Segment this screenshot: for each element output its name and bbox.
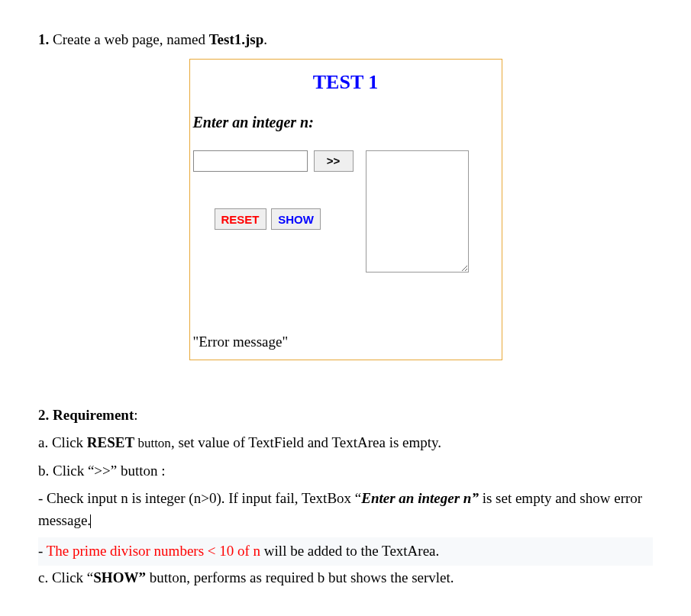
req-a-rest: , set value of TextField and TextArea is… xyxy=(171,434,441,450)
step1-number: 1. xyxy=(38,31,49,47)
step1-filename: Test1.jsp xyxy=(209,31,264,47)
step1-text-after: . xyxy=(263,31,267,47)
error-message-placeholder: "Error message" xyxy=(193,331,289,353)
mockup-input-label: Enter an integer n: xyxy=(190,111,502,134)
step2-number: 2. xyxy=(38,407,49,423)
req-c-rest: button, performs as required b but shows… xyxy=(146,569,454,585)
req-c-bold: SHOW” xyxy=(93,569,146,585)
req-c-line: c. Click “SHOW” button, performs as requ… xyxy=(38,567,653,589)
req-a-button-word: button xyxy=(134,436,171,450)
step1-text-before: Create a web page, named xyxy=(49,31,208,47)
step2-colon: : xyxy=(134,407,137,423)
req-a-line: a. Click RESET button, set value of Text… xyxy=(38,432,653,454)
step2-line: 2. Requirement: xyxy=(38,405,653,427)
req-b-line: b. Click “>>” button : xyxy=(38,460,653,482)
go-button[interactable]: >> xyxy=(314,150,354,172)
req-b-check-prefix: - Check input n is integer (n>0). If inp… xyxy=(38,490,361,506)
button-row: RESET SHOW xyxy=(215,208,321,231)
mockup-panel: TEST 1 Enter an integer n: >> RESET SHOW… xyxy=(189,59,502,360)
req-b-prime-red: The prime divisor numbers < 10 of n xyxy=(47,543,260,559)
reset-button[interactable]: RESET xyxy=(215,208,266,230)
req-a-prefix: a. Click xyxy=(38,434,87,450)
req-b-prime-rest: will be added to the TextArea. xyxy=(260,543,439,559)
req-b-check-italic: Enter an integer n” xyxy=(361,490,479,506)
req-b-prime-line: - The prime divisor numbers < 10 of n wi… xyxy=(38,537,653,566)
req-b-prime-prefix: - xyxy=(38,543,47,559)
mockup-container: TEST 1 Enter an integer n: >> RESET SHOW… xyxy=(189,59,502,360)
req-a-button-name: RESET xyxy=(87,434,134,450)
integer-input[interactable] xyxy=(193,150,308,172)
text-cursor xyxy=(90,514,91,528)
step1-line: 1. Create a web page, named Test1.jsp. xyxy=(38,29,653,51)
show-button[interactable]: SHOW xyxy=(271,208,321,230)
req-c-prefix: c. Click “ xyxy=(38,569,93,585)
result-textarea[interactable] xyxy=(366,150,469,273)
step2-heading: Requirement xyxy=(49,407,134,423)
req-b-check-line: - Check input n is integer (n>0). If inp… xyxy=(38,488,653,531)
mockup-title: TEST 1 xyxy=(190,67,502,97)
